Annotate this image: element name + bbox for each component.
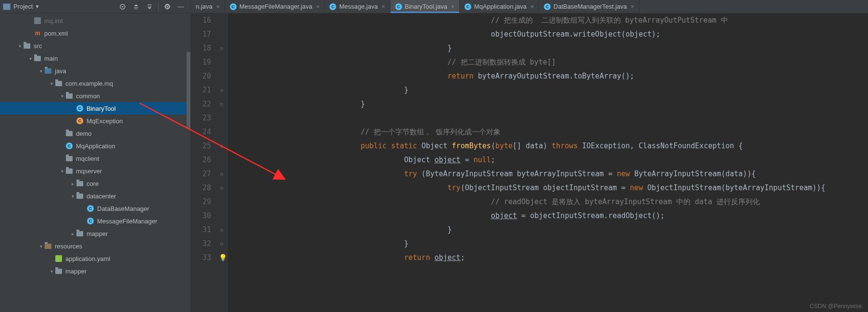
fold-toggle-icon[interactable]: ⊟ <box>219 87 225 93</box>
code-line[interactable]: } <box>230 83 868 97</box>
code-line[interactable] <box>230 111 868 125</box>
tab-n-java[interactable]: n.java× <box>191 0 225 13</box>
tree-item-binarytool[interactable]: CBinaryTool <box>0 102 190 115</box>
line-number[interactable]: 23 <box>191 111 211 125</box>
line-number[interactable]: 31 <box>191 223 211 237</box>
line-number-gutter[interactable]: 161718192021222324252627282930313233 <box>191 13 218 312</box>
line-number[interactable]: 20 <box>191 69 211 83</box>
gear-icon[interactable] <box>162 1 173 12</box>
fold-strip[interactable]: ⊟⊟⊟⊟⊟⊟⊟⊟ <box>218 13 227 312</box>
intention-bulb-icon[interactable]: 💡 <box>219 251 227 265</box>
code-line[interactable]: 💡 return object; <box>230 251 868 265</box>
tree-scrollbar[interactable] <box>187 52 190 129</box>
expand-all-icon[interactable] <box>130 1 142 12</box>
line-number[interactable]: 19 <box>191 55 211 69</box>
tab-mqapplication-java[interactable]: CMqApplication.java× <box>460 0 539 13</box>
collapse-all-icon[interactable] <box>144 1 155 12</box>
tree-item-mapper[interactable]: ▾mapper <box>0 265 190 277</box>
line-number[interactable]: 21 <box>191 83 211 97</box>
fold-toggle-icon[interactable]: ⊟ <box>219 185 225 191</box>
line-number[interactable]: 28 <box>191 181 211 195</box>
line-number[interactable]: 25 <box>191 139 211 153</box>
code-line[interactable]: object = objectInputStream.readObject(); <box>230 209 868 223</box>
tree-item-main[interactable]: ▾main <box>0 52 190 65</box>
tree-arrow-icon[interactable]: ▸ <box>69 231 76 236</box>
tree-item-mqexception[interactable]: CMqException <box>0 115 190 127</box>
tree-arrow-icon[interactable]: ▾ <box>48 81 55 86</box>
code-line[interactable]: objectOutputStream.writeObject(object); <box>230 27 868 41</box>
tree-item-java[interactable]: ▾java <box>0 65 190 77</box>
fold-toggle-icon[interactable]: ⊟ <box>219 227 225 233</box>
code-line[interactable]: public static Object fromBytes(byte[] da… <box>230 139 868 153</box>
close-icon[interactable]: × <box>316 3 319 10</box>
code-line[interactable]: return byteArrayOutputStream.toByteArray… <box>230 69 868 83</box>
code-line[interactable]: try(ObjectInputStream objectInputStream … <box>230 181 868 195</box>
line-number[interactable]: 32 <box>191 237 211 251</box>
tree-item-pom-xml[interactable]: mpom.xml <box>0 27 190 39</box>
tab-binarytool-java[interactable]: CBinaryTool.java× <box>390 0 460 13</box>
tree-arrow-icon[interactable]: ▾ <box>59 169 65 174</box>
fold-toggle-icon[interactable]: ⊟ <box>219 101 225 107</box>
close-icon[interactable]: × <box>216 3 220 10</box>
tree-arrow-icon[interactable]: ▾ <box>27 56 34 61</box>
code-line[interactable]: // readObject 是将放入 byteArrayInputStream … <box>230 195 868 209</box>
tree-arrow-icon[interactable]: ▾ <box>38 244 44 249</box>
line-number[interactable]: 27 <box>191 167 211 181</box>
code-line[interactable]: try (ByteArrayInputStream byteArrayInput… <box>230 167 868 181</box>
tree-item-src[interactable]: ▾src <box>0 39 190 52</box>
tree-arrow-icon[interactable]: ▾ <box>16 43 23 49</box>
line-number[interactable]: 16 <box>191 13 211 27</box>
line-number[interactable]: 22 <box>191 97 211 111</box>
tree-item-demo[interactable]: demo <box>0 127 190 140</box>
tab-message-java[interactable]: CMessage.java× <box>325 0 390 13</box>
line-number[interactable]: 17 <box>191 27 211 41</box>
line-number[interactable]: 26 <box>191 153 211 167</box>
tree-item-databasemanager[interactable]: CDataBaseManager <box>0 202 190 215</box>
sidebar-title[interactable]: Project <box>13 3 33 10</box>
tree-arrow-icon[interactable]: ▾ <box>48 269 55 274</box>
select-opened-file-icon[interactable] <box>117 1 128 12</box>
code-line[interactable]: } <box>230 41 868 55</box>
close-icon[interactable]: × <box>631 3 634 10</box>
tree-item-datacenter[interactable]: ▾datacenter <box>0 190 190 202</box>
close-icon[interactable]: × <box>530 3 534 10</box>
tree-item-resources[interactable]: ▾resources <box>0 240 190 252</box>
tree-item-application-yaml[interactable]: application.yaml <box>0 252 190 265</box>
code-line[interactable]: } <box>230 223 868 237</box>
fold-toggle-icon[interactable]: ⊟ <box>219 171 225 177</box>
fold-toggle-icon[interactable]: ⊟ <box>219 143 225 149</box>
code-line[interactable]: } <box>230 97 868 111</box>
tree-item-common[interactable]: ▾common <box>0 90 190 102</box>
code-line[interactable]: // 把一个字节数组， 饭序列化成一个对象 <box>230 125 868 139</box>
tree-item-core[interactable]: ▸core <box>0 177 190 190</box>
tree-item-mqapplication[interactable]: CMqApplication <box>0 140 190 152</box>
tree-arrow-icon[interactable]: ▾ <box>38 68 44 74</box>
dropdown-arrow-icon[interactable]: ▼ <box>35 4 39 9</box>
line-number[interactable]: 29 <box>191 195 211 209</box>
hide-icon[interactable]: — <box>175 1 187 12</box>
tree-item-mq-iml[interactable]: mq.iml <box>0 14 190 27</box>
tree-arrow-icon[interactable]: ▾ <box>69 194 76 199</box>
line-number[interactable]: 18 <box>191 41 211 55</box>
tab-messagefilemanager-java[interactable]: CMessageFileManager.java× <box>225 0 325 13</box>
code-line[interactable]: // 把生成的 二进制数组写入到关联的 byteArrayOutPutStrea… <box>230 13 868 27</box>
tree-item-messagefilemanager[interactable]: CMessageFileManager <box>0 215 190 227</box>
line-number[interactable]: 24 <box>191 125 211 139</box>
close-icon[interactable]: × <box>382 3 385 10</box>
fold-toggle-icon[interactable]: ⊟ <box>219 241 225 247</box>
tree-item-mqclient[interactable]: mqclient <box>0 152 190 165</box>
tree-item-mqserver[interactable]: ▾mqserver <box>0 165 190 177</box>
tab-datbasemanagertest-java[interactable]: CDatBaseManagerTest.java× <box>539 0 640 13</box>
line-number[interactable]: 33 <box>191 251 211 265</box>
code-line[interactable]: } <box>230 237 868 251</box>
close-icon[interactable]: × <box>451 3 454 10</box>
line-number[interactable]: 30 <box>191 209 211 223</box>
tree-item-com-example-mq[interactable]: ▾com.example.mq <box>0 77 190 90</box>
code-editor[interactable]: // 把生成的 二进制数组写入到关联的 byteArrayOutPutStrea… <box>227 13 868 312</box>
tree-arrow-icon[interactable]: ▾ <box>59 93 65 99</box>
tree-item-mapper[interactable]: ▸mapper <box>0 227 190 240</box>
code-line[interactable]: // 把二进制数据转换成 byte[] <box>230 55 868 69</box>
code-line[interactable]: Object object = null; <box>230 153 868 167</box>
fold-toggle-icon[interactable]: ⊟ <box>219 45 225 51</box>
project-tree[interactable]: mq.imlmpom.xml▾src▾main▾java▾com.example… <box>0 13 190 312</box>
